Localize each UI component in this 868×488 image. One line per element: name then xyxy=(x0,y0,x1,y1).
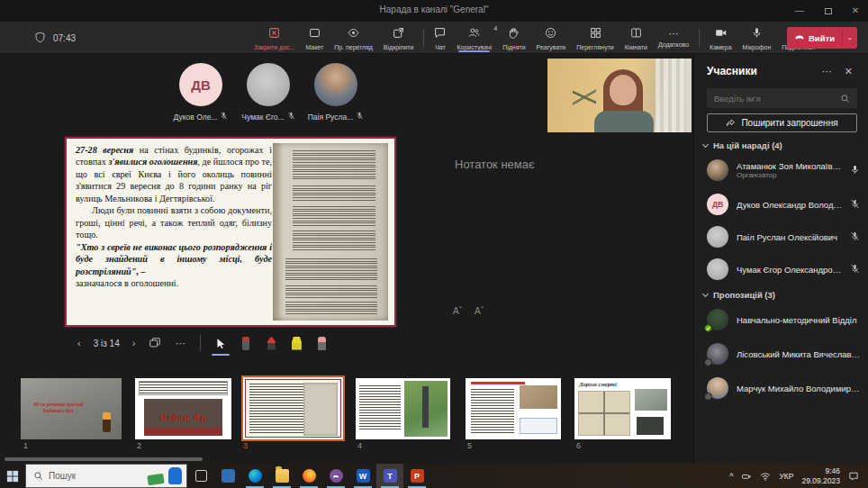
highlighter-tool-button[interactable] xyxy=(285,332,307,354)
participant-row-dukov[interactable]: ДВ Дуков Олександр Володимиро... xyxy=(707,189,861,220)
slide-thumbnail-6[interactable]: Дорога смерті xyxy=(574,378,671,439)
video-tile-chumak[interactable]: Чумак Єго... xyxy=(232,63,304,122)
raise-hand-button[interactable]: Підняти xyxy=(497,22,530,54)
slide-text: 27-28 вересня на стінах будинків, огорож… xyxy=(76,144,272,289)
popout-button[interactable]: Відкріпити xyxy=(378,22,420,54)
video-tile-pail[interactable]: Паія Русла... xyxy=(300,63,372,122)
window-close-button[interactable]: ✕ xyxy=(848,4,863,18)
edge-app-icon[interactable] xyxy=(241,464,268,488)
viber-app-icon[interactable] xyxy=(322,464,349,488)
slide-thumbnail-3-selected[interactable] xyxy=(241,375,345,441)
next-slide-button[interactable]: › xyxy=(125,338,143,348)
react-button[interactable]: Реагувати xyxy=(531,22,572,54)
participant-row-atamaniuk[interactable]: Атаманюк Зоя Миколаївна Організатор xyxy=(707,155,861,185)
font-decrease-button[interactable]: Аˇ xyxy=(475,306,484,316)
private-view-button[interactable]: Пр. перегляд xyxy=(329,22,378,54)
status-badge xyxy=(704,358,712,366)
presentation-slide[interactable]: 27-28 вересня на стінах будинків, огорож… xyxy=(65,137,396,327)
share-invitation-button[interactable]: Поширити запрошення xyxy=(707,113,857,132)
pen-icon xyxy=(267,337,276,350)
slide-thumbnail-1[interactable]: 80-та річниця трагедії Бабиного Яру xyxy=(21,378,122,439)
presenter-video[interactable] xyxy=(547,59,692,132)
more-button[interactable]: ⋯ Додатково xyxy=(653,22,694,54)
mic-muted-icon[interactable] xyxy=(850,196,861,212)
panel-close-button[interactable]: ✕ xyxy=(838,66,859,77)
phone-hangup-icon xyxy=(794,32,805,44)
calculator-app-icon[interactable] xyxy=(214,464,241,488)
taskbar-search[interactable]: Пошук xyxy=(25,464,187,488)
start-button[interactable] xyxy=(0,464,25,488)
participant-role: Організатор xyxy=(737,171,842,179)
cursor-tool-button[interactable] xyxy=(210,332,231,354)
prev-slide-button[interactable]: ‹ xyxy=(70,338,88,348)
stop-presenting-button[interactable]: Закрити дос... xyxy=(249,22,300,54)
slide-thumbnail-4[interactable] xyxy=(356,378,450,439)
pen-tool-button[interactable] xyxy=(260,332,282,354)
suggestions-section-header[interactable]: Пропозицій (3) xyxy=(703,290,775,300)
file-explorer-app-icon[interactable] xyxy=(268,464,295,488)
suggestion-row-marchuk[interactable]: Марчук Михайло Володимирович xyxy=(707,373,861,403)
video-tile-dukov[interactable]: ДВ Дуков Оле... xyxy=(165,63,237,122)
view-button[interactable]: Переглянути xyxy=(571,22,619,54)
chat-icon xyxy=(434,26,446,42)
mic-muted-icon[interactable] xyxy=(850,261,861,277)
eraser-tool-button[interactable] xyxy=(311,332,332,354)
layout-button[interactable]: Макет xyxy=(300,22,329,54)
laser-pointer-tool-button[interactable] xyxy=(235,332,257,354)
language-indicator[interactable]: УКР xyxy=(779,472,793,481)
highlighter-icon xyxy=(292,337,302,350)
thumb-number: 5 xyxy=(467,441,472,450)
panel-more-button[interactable]: ⋯ xyxy=(816,66,838,77)
participant-search-input[interactable] xyxy=(707,94,840,104)
notification-center-icon[interactable] xyxy=(848,471,859,482)
leave-dropdown-button[interactable]: ⌄ xyxy=(843,34,857,41)
power-plug-icon[interactable] xyxy=(741,471,752,482)
mic-on-icon[interactable] xyxy=(850,162,861,178)
leave-button[interactable]: Вийти ⌄ xyxy=(787,27,857,49)
status-badge xyxy=(704,393,712,401)
teams-app-icon-active[interactable]: T xyxy=(376,464,403,488)
chat-button[interactable]: Чат xyxy=(429,22,451,54)
window-title: Нарада в каналі "General" xyxy=(0,5,868,14)
avatar: ✓ xyxy=(707,309,728,330)
slide-thumbnail-2[interactable]: Бабин Яр xyxy=(135,378,231,439)
avatar xyxy=(707,226,728,248)
participants-panel: Учасники ⋯ ✕ Поширити запрошення На цій … xyxy=(693,54,868,464)
thumb6-caption: Дорога смерті xyxy=(579,381,617,387)
suggestion-row-lisovskyi[interactable]: Лісовський Микита Вячеславович xyxy=(707,339,861,369)
chevron-down-icon xyxy=(702,140,709,147)
word-app-icon[interactable]: W xyxy=(349,464,376,488)
firefox-app-icon[interactable] xyxy=(295,464,322,488)
slide-grid-button[interactable] xyxy=(144,332,166,354)
mic-muted-icon[interactable] xyxy=(850,229,861,245)
filmstrip-scrollbar[interactable] xyxy=(5,457,203,461)
search-doodle xyxy=(148,467,184,485)
people-button[interactable]: 4 Користувачі xyxy=(451,22,497,54)
powerpoint-app-icon[interactable]: P xyxy=(403,464,430,488)
participant-row-chumak[interactable]: Чумак Єгор Олександрович xyxy=(707,254,861,285)
shield-icon xyxy=(34,32,46,45)
window-maximize-button[interactable] xyxy=(825,8,832,14)
notes-empty-label: Нотаток немає xyxy=(455,158,535,171)
microphone-button[interactable]: Мікрофон xyxy=(737,22,777,54)
avatar: ДВ xyxy=(179,63,222,106)
task-view-button[interactable] xyxy=(187,464,214,488)
raise-hand-icon xyxy=(508,26,520,42)
taskbar-clock[interactable]: 9:46 29.09.2023 xyxy=(801,466,840,485)
tray-expand-button[interactable]: ^ xyxy=(729,472,733,481)
participant-row-pail[interactable]: Паіл Руслан Олексійович xyxy=(707,221,861,252)
window-minimize-button[interactable]: — xyxy=(792,4,807,18)
avatar: ДВ xyxy=(707,194,728,215)
slide-thumbnail-5[interactable] xyxy=(466,378,561,439)
participant-search[interactable] xyxy=(707,88,857,108)
camera-button[interactable]: Камера xyxy=(704,22,737,54)
font-increase-button[interactable]: Аˆ xyxy=(453,306,462,316)
window-titlebar: Нарада в каналі "General" — ✕ xyxy=(0,0,868,22)
suggestion-row-viddil[interactable]: ✓ Навчально-методичний Відділ xyxy=(707,304,861,335)
mic-muted-icon xyxy=(356,112,364,122)
in-meeting-section-header[interactable]: На цій нараді (4) xyxy=(703,140,782,150)
nav-more-button[interactable]: ⋯ xyxy=(169,332,191,354)
candle-decor xyxy=(103,412,111,432)
rooms-button[interactable]: Кімнати xyxy=(619,22,653,54)
wifi-icon[interactable] xyxy=(760,471,771,482)
